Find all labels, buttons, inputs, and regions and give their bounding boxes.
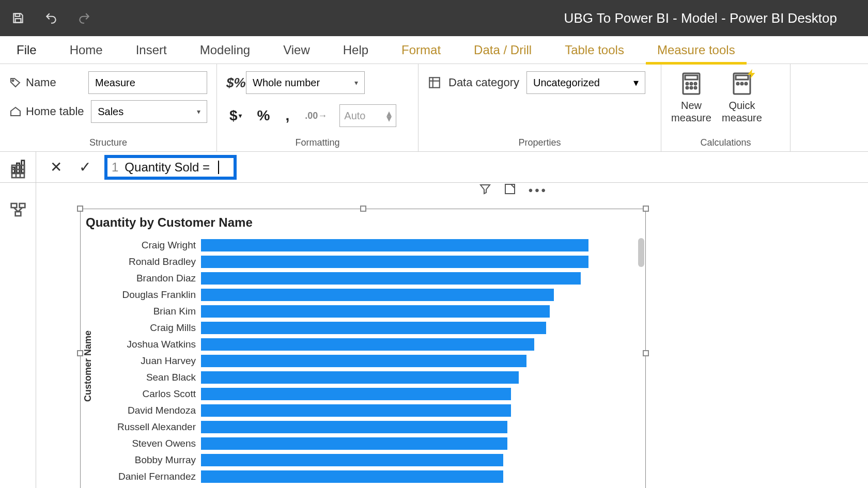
y-axis-label: Bobby Murray [98,454,201,466]
home-table-label-text: Home table [26,105,84,118]
new-measure-button[interactable]: New measure [671,71,712,124]
tab-insert[interactable]: Insert [125,36,178,64]
chart-bar[interactable] [201,338,534,351]
tab-file[interactable]: File [5,36,48,64]
formula-commit-button[interactable]: ✓ [75,159,94,176]
chart-bar-row: Bobby Murray [98,452,635,468]
y-axis-label: Craig Wright [98,240,201,251]
y-axis-label: Steven Owens [98,438,201,449]
undo-icon[interactable] [43,10,59,26]
ribbon-body: Name Home table Sales ▾ Structure $% [0,64,868,152]
quick-measure-button[interactable]: Quick measure [721,71,763,124]
y-axis-label: Sean Black [98,372,201,383]
chart-bar-row: Carlos Scott [98,386,635,402]
y-axis-label: Ronald Bradley [98,256,201,267]
group-label-formatting: Formatting [226,137,409,148]
chart-bar[interactable] [201,454,503,466]
chart-bar-row: Ronald Bradley [98,254,635,270]
data-category-icon [428,76,441,89]
focus-mode-icon[interactable] [504,183,516,198]
svg-rect-32 [505,184,515,194]
chevron-down-icon: ▾ [633,76,639,89]
ribbon-tabs: File Home Insert Modeling View Help Form… [0,36,868,64]
chart-bar[interactable] [201,404,511,417]
chart-bar[interactable] [201,470,503,483]
chart-bar[interactable] [201,305,550,318]
redo-icon[interactable] [76,10,92,26]
chart-bar-row: Brandon Diaz [98,270,635,287]
formula-input[interactable]: 1 Quantity Sold = [104,155,237,180]
chart-bar[interactable] [201,388,511,400]
chart-bar-row: Sean Black [98,369,635,386]
decimal-places-stepper[interactable]: Auto ▴▾ [339,104,396,127]
svg-point-12 [690,87,692,89]
decimal-decrease-icon[interactable]: .00→ [302,109,330,122]
tab-format[interactable]: Format [390,36,452,64]
tab-measure-tools[interactable]: Measure tools [646,36,747,64]
calculator-icon [679,71,704,96]
text-cursor [218,161,219,174]
resize-handle[interactable] [360,206,366,212]
chart-bar[interactable] [201,355,526,367]
bar-chart-visual[interactable]: Quantity by Customer Name Customer Name … [80,209,646,488]
tab-home[interactable]: Home [58,36,114,64]
ribbon-group-formatting: $% Whole number ▾ $▾ % , .00→ Auto ▴▾ Fo… [217,64,419,151]
formula-cancel-button[interactable]: ✕ [47,159,65,176]
y-axis-label: Russell Alexander [98,421,201,433]
tab-help[interactable]: Help [332,36,380,64]
svg-point-18 [745,83,747,85]
model-view-icon[interactable] [9,200,27,219]
thousands-separator-button[interactable]: , [282,106,292,125]
save-icon[interactable] [10,10,26,26]
home-table-select[interactable]: Sales ▾ [91,100,207,123]
tab-table-tools[interactable]: Table tools [553,36,636,64]
chart-area: Customer Name Craig WrightRonald Bradley… [81,235,635,488]
spinner-arrows-icon: ▴▾ [386,111,392,121]
svg-rect-0 [16,13,20,16]
svg-point-2 [12,80,14,82]
tab-modeling[interactable]: Modeling [189,36,261,64]
svg-rect-29 [15,212,21,216]
y-axis-label: Brandon Diaz [98,273,201,284]
chart-bar[interactable] [201,289,554,301]
chart-bar[interactable] [201,437,507,450]
format-select[interactable]: Whole number ▾ [246,71,365,94]
tab-view[interactable]: View [272,36,321,64]
formula-text: Quantity Sold = [125,160,210,175]
new-measure-label: New measure [671,99,712,124]
chart-bar-row: Craig Mills [98,320,635,336]
chart-bar-row: Russell Alexander [98,419,635,435]
svg-point-8 [686,83,688,85]
report-canvas[interactable]: ••• Quantity by Customer Name Customer N… [36,183,868,488]
format-value: Whole number [253,77,320,89]
group-label-calculations: Calculations [671,137,781,148]
data-category-select[interactable]: Uncategorized ▾ [526,71,645,94]
ribbon-group-structure: Name Home table Sales ▾ Structure [0,64,217,151]
chart-scrollbar[interactable] [638,235,644,473]
chart-bar[interactable] [201,239,588,251]
percent-button[interactable]: % [254,106,273,125]
y-axis-label: Brian Kim [98,306,201,317]
chart-bar[interactable] [201,256,588,268]
quick-measure-label: Quick measure [721,99,763,124]
chart-bar[interactable] [201,421,507,433]
chevron-down-icon: ▾ [354,78,358,87]
resize-handle[interactable] [77,206,83,212]
currency-button[interactable]: $▾ [226,106,245,125]
chart-bar[interactable] [201,322,546,334]
resize-handle[interactable] [643,206,649,212]
measure-name-input[interactable] [88,71,207,94]
group-label-structure: Structure [9,137,207,148]
chart-bar[interactable] [201,371,519,384]
svg-point-17 [741,83,743,85]
chart-title: Quantity by Customer Name [81,209,645,233]
scroll-thumb[interactable] [638,238,644,267]
svg-rect-7 [685,75,698,80]
chart-bar[interactable] [201,272,581,285]
name-label: Name [9,76,82,89]
more-options-icon[interactable]: ••• [529,183,548,198]
filter-icon[interactable] [479,183,491,198]
data-view-icon[interactable] [9,162,27,181]
tab-data-drill[interactable]: Data / Drill [462,36,543,64]
chart-bar-row: Steven Owens [98,435,635,452]
